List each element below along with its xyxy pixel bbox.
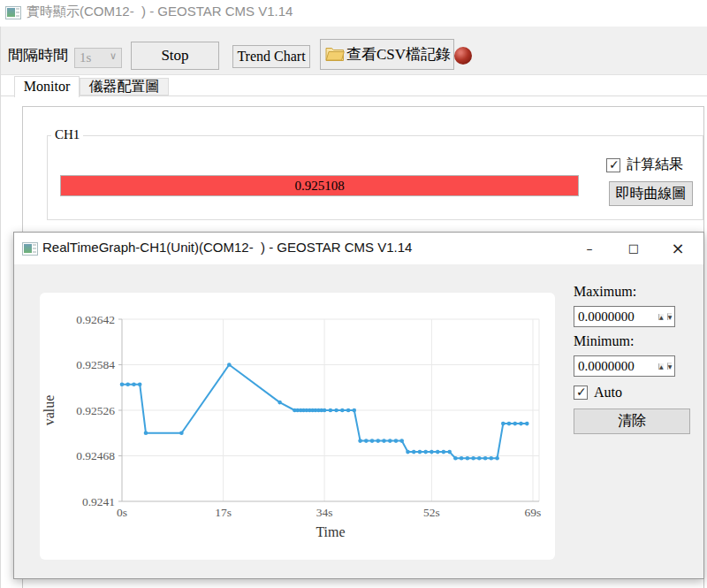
- svg-text:52s: 52s: [423, 506, 440, 519]
- maximize-button[interactable]: □: [612, 233, 656, 264]
- calc-result-label: 計算結果: [627, 156, 683, 174]
- tab-config-label: 儀器配置圖: [89, 79, 160, 94]
- spin-down-icon[interactable]: ▼: [667, 363, 673, 370]
- main-titlebar: 實時顯示(COM12- ) - GEOSTAR CMS V1.14: [0, 0, 707, 27]
- svg-text:69s: 69s: [525, 506, 542, 519]
- graph-app-icon: [22, 242, 38, 256]
- interval-select[interactable]: 1s ∨: [74, 48, 122, 68]
- ch1-groupbox: CH1 0.925108 ✓ 計算結果 即時曲線圖: [47, 135, 703, 220]
- svg-text:0.92584: 0.92584: [76, 358, 115, 371]
- check-icon: ✓: [609, 157, 620, 172]
- window-controls: – □ ×: [567, 233, 700, 264]
- svg-text:0.92468: 0.92468: [76, 449, 115, 462]
- graph-window-title: RealTimeGraph-CH1(Unit)(COM12- ) - GEOST…: [42, 240, 412, 255]
- spin-up-icon[interactable]: ▲: [658, 314, 664, 320]
- clear-button[interactable]: 清除: [574, 409, 690, 434]
- close-button[interactable]: ×: [656, 233, 700, 264]
- screen: 實時顯示(COM12- ) - GEOSTAR CMS V1.14 間隔時間 1…: [0, 0, 707, 588]
- ch1-group-label: CH1: [51, 127, 83, 142]
- ch1-value: 0.925108: [294, 179, 344, 193]
- trend-chart-button[interactable]: Trend Chart: [232, 45, 310, 68]
- tab-monitor[interactable]: Monitor: [14, 76, 80, 97]
- auto-label: Auto: [594, 385, 622, 401]
- calc-result-checkbox-row: ✓ 計算結果: [606, 156, 683, 174]
- svg-text:0.92526: 0.92526: [76, 404, 115, 417]
- app-icon: [5, 6, 21, 19]
- graph-window: RealTimeGraph-CH1(Unit)(COM12- ) - GEOST…: [13, 232, 704, 579]
- svg-text:34s: 34s: [316, 506, 333, 519]
- svg-text:0.92642: 0.92642: [76, 313, 115, 326]
- tab-config[interactable]: 儀器配置圖: [80, 78, 169, 95]
- svg-text:value: value: [42, 395, 57, 426]
- check-icon: ✓: [576, 385, 587, 399]
- stop-button[interactable]: Stop: [131, 42, 219, 70]
- maximum-label: Maximum:: [574, 284, 636, 300]
- chevron-down-icon: ∨: [110, 50, 117, 62]
- minimum-spinbox: ▲ ▼: [574, 355, 675, 377]
- graph-titlebar[interactable]: RealTimeGraph-CH1(Unit)(COM12- ) - GEOST…: [14, 233, 703, 264]
- svg-text:Time: Time: [315, 524, 345, 539]
- chart-card: 0.926420.925840.925260.924680.92410s17s3…: [40, 293, 555, 560]
- folder-icon: [325, 46, 345, 62]
- svg-text:0s: 0s: [117, 506, 127, 519]
- calc-result-checkbox[interactable]: ✓: [606, 158, 620, 172]
- spin-down-icon[interactable]: ▼: [667, 313, 673, 320]
- realtime-chart: 0.926420.925840.925260.924680.92410s17s3…: [40, 293, 555, 560]
- tabstrip-divider: [0, 95, 707, 96]
- window-left-border: [0, 27, 1, 588]
- toolbar: 間隔時間 1s ∨ Stop Trend Chart 查看CSV檔記錄: [1, 27, 707, 75]
- view-csv-button[interactable]: 查看CSV檔記錄: [320, 39, 454, 70]
- main-window-title: 實時顯示(COM12- ) - GEOSTAR CMS V1.14: [27, 4, 293, 20]
- maximum-spinbox: ▲ ▼: [574, 306, 675, 327]
- minimum-spin-arrows: ▲ ▼: [658, 356, 674, 376]
- maximum-spin-arrows: ▲ ▼: [658, 307, 674, 326]
- auto-checkbox[interactable]: ✓: [574, 386, 588, 400]
- minimize-button[interactable]: –: [567, 233, 612, 264]
- interval-value: 1s: [80, 50, 91, 65]
- tab-monitor-label: Monitor: [24, 79, 70, 94]
- spin-up-icon[interactable]: ▲: [658, 363, 664, 370]
- minimum-label: Minimum:: [574, 333, 634, 349]
- svg-text:17s: 17s: [215, 506, 232, 519]
- svg-text:0.9241: 0.9241: [82, 495, 115, 508]
- realtime-curve-button[interactable]: 即時曲線圖: [609, 181, 693, 206]
- view-csv-label: 查看CSV檔記錄: [346, 44, 451, 65]
- interval-label: 間隔時間: [8, 45, 68, 65]
- ch1-value-bar: 0.925108: [60, 175, 579, 196]
- auto-checkbox-row: ✓ Auto: [574, 385, 622, 401]
- record-indicator-icon: [454, 47, 472, 65]
